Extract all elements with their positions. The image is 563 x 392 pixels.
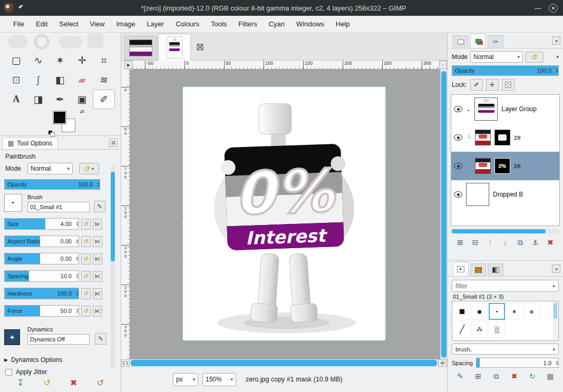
slider-options-button[interactable]: ⋉ — [93, 253, 102, 264]
spinner-arrows[interactable] — [76, 221, 78, 227]
option-slider[interactable]: Angle 0.00 — [4, 253, 79, 264]
brush-preview[interactable] — [4, 194, 22, 212]
spinner-arrows[interactable] — [98, 182, 99, 187]
new-layer-group-button[interactable]: ⊟ — [469, 237, 482, 248]
canvas-image[interactable]: 0% Interest — [182, 86, 386, 341]
menu-item[interactable]: Layer — [141, 20, 170, 28]
spinner-arrows[interactable] — [556, 68, 558, 73]
layer-mode-select[interactable]: Normal ▾ — [470, 51, 523, 63]
quick-mask-toggle[interactable] — [121, 359, 130, 367]
reset-option-button[interactable]: ↺ — [81, 288, 91, 299]
layer-row-group[interactable]: ⌄ Layer Group — [451, 95, 559, 123]
swap-colors-icon[interactable]: ⇄ — [80, 109, 84, 114]
menu-item[interactable]: Filters — [232, 20, 263, 28]
opacity-slider[interactable]: Opacity 100.0 — [4, 179, 100, 190]
vertical-scrollbar-thumb[interactable] — [441, 71, 446, 358]
duplicate-layer-button[interactable]: ⧉ — [514, 237, 527, 248]
vertical-ruler[interactable]: 05 01 0 01 5 02 0 02 5 03 0 0 — [121, 70, 130, 359]
layers-list-scrollbar[interactable] — [451, 229, 560, 234]
image-tab-2-active[interactable] — [158, 34, 191, 61]
spinner-arrows[interactable] — [76, 256, 78, 261]
menu-item[interactable]: Select — [53, 20, 84, 28]
minimize-button[interactable]: — — [535, 4, 541, 12]
save-tool-preset-button[interactable]: ↧ — [14, 377, 27, 388]
gradient-tool[interactable]: ◨ — [27, 90, 50, 109]
brush-tag-select[interactable]: brush, ▾ — [452, 344, 559, 355]
lock-pixels-button[interactable]: ✐ — [470, 79, 483, 91]
move-tool[interactable]: ✛ — [71, 51, 93, 70]
refresh-brushes-button[interactable]: ↻ — [526, 370, 539, 382]
layer-row[interactable]: Dropped B — [451, 180, 559, 209]
lower-layer-button[interactable]: ↓ — [499, 237, 512, 248]
spinner-arrows[interactable] — [76, 308, 78, 313]
delete-layer-button[interactable]: ✖ — [544, 237, 557, 248]
menu-item[interactable]: Image — [110, 20, 141, 28]
ink-tool[interactable]: ✒ — [49, 90, 71, 109]
visibility-eye-icon[interactable] — [454, 134, 462, 141]
unit-select[interactable]: px ▾ — [173, 373, 198, 386]
edit-dynamics-icon[interactable]: ✎ — [95, 333, 106, 345]
layers-tab[interactable] — [470, 34, 486, 48]
layer-thumbnail[interactable] — [475, 130, 491, 145]
visibility-eye-icon[interactable] — [454, 191, 462, 198]
slider-options-button[interactable]: ⋉ — [93, 288, 102, 299]
layer-name[interactable]: Layer Group — [501, 105, 537, 113]
channels-tab[interactable] — [453, 35, 469, 48]
layer-thumbnail[interactable] — [474, 97, 498, 121]
layer-name[interactable]: Dropped B — [493, 191, 523, 198]
fuzzy-select-tool[interactable]: ✶ — [49, 51, 71, 70]
apply-jitter-checkbox[interactable] — [5, 369, 12, 376]
paint-mode-select[interactable]: Normal ▾ — [27, 163, 73, 174]
bucket-fill-tool[interactable]: ◧ — [49, 70, 71, 90]
dynamics-field[interactable] — [27, 334, 90, 345]
edit-brush-icon[interactable]: ✎ — [94, 201, 105, 212]
reset-option-button[interactable]: ↺ — [81, 271, 91, 282]
tab-menu-button[interactable]: ◂ — [552, 36, 560, 45]
patterns-tab[interactable] — [470, 263, 486, 276]
option-slider[interactable]: Hardness 100.0 — [4, 288, 79, 299]
horizontal-scrollbar-thumb[interactable] — [131, 360, 437, 366]
horizontal-ruler[interactable]: -50050100150200250300 — [133, 61, 439, 70]
reset-option-button[interactable]: ↺ — [81, 236, 91, 247]
dynamics-icon[interactable]: ✦ — [4, 329, 20, 345]
foreground-background-colors[interactable]: ⇄ — [53, 111, 79, 135]
delete-tool-preset-button[interactable]: ✖ — [67, 377, 80, 388]
option-slider[interactable]: Size 4.00 — [4, 218, 79, 230]
image-tab-1[interactable] — [124, 36, 157, 60]
slider-options-button[interactable]: ⋉ — [93, 236, 102, 247]
new-brush-button[interactable]: ⊞ — [472, 370, 484, 382]
pin-icon[interactable]: ✒ — [16, 2, 25, 12]
lock-position-button[interactable]: ✛ — [486, 79, 499, 91]
text-tool[interactable]: A — [5, 90, 27, 109]
tool-options-tab[interactable]: ▤ Tool Options — [2, 137, 58, 149]
spinner-arrows[interactable] — [76, 291, 78, 296]
layer-row[interactable]: └ ze — [451, 123, 559, 152]
delete-brush-button[interactable]: ✖ — [508, 370, 521, 382]
crop-tool[interactable]: ⌗ — [93, 51, 115, 70]
edit-brush-button[interactable]: ✎ — [454, 370, 467, 382]
layer-name[interactable]: ze — [514, 134, 521, 141]
vertical-scrollbar[interactable] — [440, 70, 447, 359]
paintbrush-tool[interactable]: ✐ — [93, 90, 115, 109]
airbrush-tool[interactable]: ≋ — [93, 70, 115, 90]
visibility-eye-icon[interactable] — [454, 106, 462, 112]
brush-square-large[interactable]: ■ — [454, 303, 470, 320]
brush-filter-input[interactable] — [452, 280, 559, 292]
panel-menu-button[interactable]: ⊟ — [109, 139, 118, 147]
mode-menu-chevron[interactable]: ▾ — [556, 54, 559, 60]
reset-option-button[interactable]: ↺ — [81, 219, 91, 230]
layer-thumbnail[interactable] — [466, 183, 489, 206]
free-select-tool[interactable]: ∿ — [27, 51, 50, 70]
canvas-viewport[interactable]: 0% Interest — [130, 70, 440, 359]
option-slider[interactable]: Force 50.0 — [4, 305, 79, 317]
dynamics-options-expander[interactable]: ▶ Dynamics Options — [4, 356, 62, 364]
group-expand-chevron[interactable]: ⌄ — [466, 106, 471, 113]
brush-diagonal-stroke[interactable]: ╱ — [454, 321, 470, 338]
menu-item[interactable]: Windows — [290, 20, 330, 28]
brush-sparkle[interactable]: ∗ — [506, 303, 522, 320]
new-layer-button[interactable]: ⊞ — [454, 237, 467, 248]
menu-item[interactable]: Cyan — [263, 20, 290, 28]
layer-mask-thumbnail[interactable] — [494, 130, 510, 145]
spinner-arrows[interactable] — [556, 360, 558, 366]
zoom-follow-window-button[interactable]: ▫ — [439, 61, 447, 69]
